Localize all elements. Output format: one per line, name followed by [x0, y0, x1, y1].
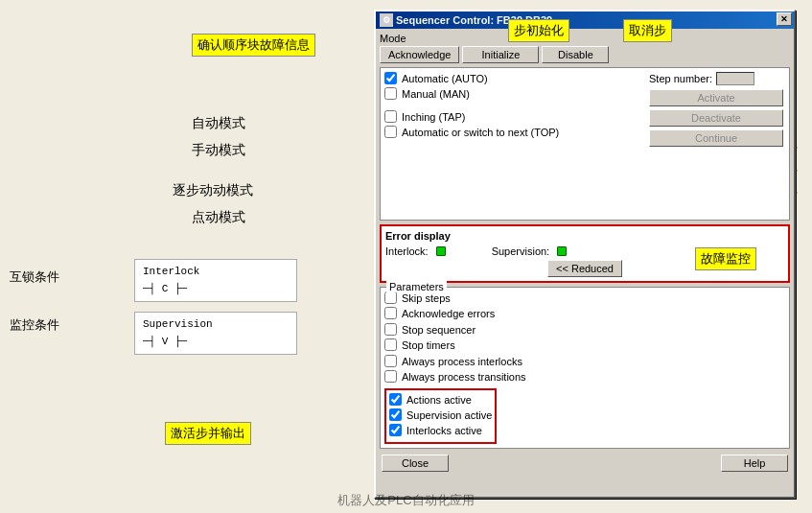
manual-mode-label: 手动模式	[192, 142, 245, 159]
step-init-annotation: 步初始化	[508, 19, 569, 42]
interlock-diagram-label: Interlock	[143, 264, 289, 281]
help-button[interactable]: Help	[721, 455, 788, 472]
autoswitch-checkbox[interactable]	[384, 126, 397, 138]
monitor-condition-label: 监控条件	[10, 316, 59, 334]
interlock-diagram: Interlock ─┤ C ├─	[134, 259, 297, 302]
actions-active-label: Actions active	[406, 394, 472, 406]
inching-label: Inching (TAP)	[402, 111, 465, 123]
always-transitions-row: Always process transitions	[384, 370, 785, 383]
supervision-active-label: Supervision active	[406, 409, 492, 421]
interlocks-active-label: Interlocks active	[406, 425, 482, 436]
skip-steps-label: Skip steps	[402, 292, 451, 304]
inching-checkbox-row: Inching (TAP)	[384, 110, 634, 123]
autoswitch-checkbox-row: Automatic or switch to next (TOP)	[384, 126, 634, 138]
manual-checkbox[interactable]	[384, 87, 397, 100]
supervision-led	[557, 246, 567, 256]
inching-checkbox[interactable]	[384, 110, 397, 123]
watermark: 机器人及PLC自动化应用	[337, 492, 474, 509]
stop-timers-label: Stop timers	[402, 339, 455, 351]
always-transitions-checkbox[interactable]	[384, 370, 397, 383]
supervision-active-row: Supervision active	[389, 408, 492, 421]
actions-active-checkbox[interactable]	[389, 393, 402, 406]
always-interlocks-row: Always process interlocks	[384, 355, 785, 367]
action-buttons: Activate Deactivate Continue	[649, 89, 783, 147]
supervision-active-checkbox[interactable]	[389, 408, 402, 421]
interlock-led	[436, 246, 446, 256]
param-group-2: Stop sequencer Stop timers	[384, 323, 785, 351]
initialize-button[interactable]: Initialize	[462, 46, 539, 63]
ack-errors-row: Acknowledge errors	[384, 307, 785, 319]
parameters-legend: Parameters	[386, 281, 447, 292]
mode-button-row: Acknowledge Initialize Disable	[380, 46, 790, 63]
dialog-icon: ⚙	[380, 13, 393, 27]
interlock-error-label: Interlock:	[385, 245, 429, 257]
activate-output-annotation: 激活步并输出	[165, 422, 251, 445]
acknowledge-button[interactable]: Acknowledge	[380, 46, 459, 63]
parameters-section: Parameters Skip steps Acknowledge errors…	[380, 287, 790, 449]
disable-button[interactable]: Disable	[542, 46, 609, 63]
param-group-3: Always process interlocks Always process…	[384, 355, 785, 383]
supervision-diagram-rung: ─┤ V ├─	[143, 334, 289, 351]
deactivate-button[interactable]: Deactivate	[649, 109, 783, 127]
skip-steps-row: Skip steps	[384, 291, 785, 304]
automatic-checkbox-row: Automatic (AUTO)	[384, 72, 634, 84]
error-display-title: Error display	[385, 230, 784, 242]
stop-timers-row: Stop timers	[384, 338, 785, 351]
stop-seq-label: Stop sequencer	[402, 324, 476, 336]
ack-errors-checkbox[interactable]	[384, 307, 397, 319]
highlighted-checkboxes: Actions active Supervision active Interl…	[384, 388, 497, 444]
step-controls: Step number: Activate Deactivate Continu…	[649, 72, 783, 147]
close-button[interactable]: Close	[382, 455, 449, 472]
interlock-condition-label: 互锁条件	[10, 268, 59, 286]
continue-button[interactable]: Continue	[649, 129, 783, 147]
dialog-titlebar: ⚙ Sequencer Control: FB39,DB39 ✕	[376, 12, 794, 29]
mode-content-area: Automatic (AUTO) Manual (MAN) Inching (T…	[380, 67, 790, 221]
supervision-diagram-label: Supervision	[143, 316, 289, 334]
bottom-button-row: Close Help	[380, 453, 790, 474]
reduced-button[interactable]: << Reduced	[547, 260, 622, 277]
param-group-1: Skip steps Acknowledge errors	[384, 291, 785, 319]
activate-button[interactable]: Activate	[649, 89, 783, 106]
interlocks-active-row: Interlocks active	[389, 424, 492, 436]
interlock-diagram-rung: ─┤ C ├─	[143, 281, 289, 298]
step-number-label: Step number:	[649, 73, 712, 84]
stop-timers-checkbox[interactable]	[384, 338, 397, 351]
skip-steps-checkbox[interactable]	[384, 291, 397, 304]
dialog-close-button[interactable]: ✕	[777, 12, 792, 26]
step-number-row: Step number:	[649, 72, 783, 85]
fault-monitor-annotation: 故障监控	[695, 247, 756, 270]
manual-label: Manual (MAN)	[402, 88, 470, 100]
auto-mode-label: 自动模式	[192, 115, 245, 132]
cancel-annotation: 取消步	[623, 19, 672, 42]
always-interlocks-checkbox[interactable]	[384, 355, 397, 367]
step-mode-label: 逐步动动模式	[173, 182, 253, 199]
ack-errors-label: Acknowledge errors	[402, 308, 495, 319]
supervision-diagram: Supervision ─┤ V ├─	[134, 312, 297, 355]
actions-active-row: Actions active	[389, 393, 492, 406]
interlocks-active-checkbox[interactable]	[389, 424, 402, 436]
stop-seq-checkbox[interactable]	[384, 323, 397, 336]
step-number-field	[716, 72, 754, 85]
always-transitions-label: Always process transitions	[402, 371, 526, 383]
point-mode-label: 点动模式	[192, 209, 245, 226]
mode-label: Mode	[380, 33, 790, 44]
always-interlocks-label: Always process interlocks	[402, 356, 522, 367]
title-annotation-box: 确认顺序块故障信息	[192, 34, 315, 57]
autoswitch-label: Automatic or switch to next (TOP)	[402, 127, 559, 138]
supervision-error-label: Supervision:	[492, 245, 550, 257]
automatic-checkbox[interactable]	[384, 72, 397, 84]
manual-checkbox-row: Manual (MAN)	[384, 87, 634, 100]
mode-checkboxes: Automatic (AUTO) Manual (MAN) Inching (T…	[384, 72, 634, 138]
automatic-label: Automatic (AUTO)	[402, 73, 488, 84]
stop-seq-row: Stop sequencer	[384, 323, 785, 336]
